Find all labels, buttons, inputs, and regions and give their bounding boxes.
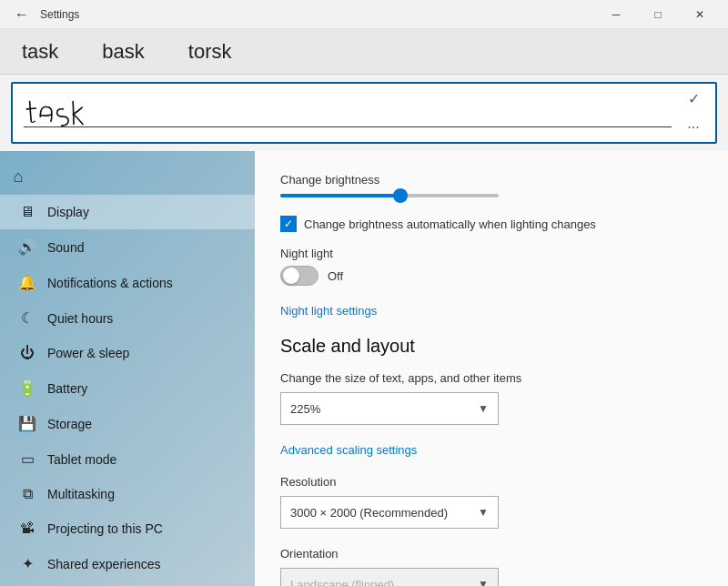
content-panel: Change brightness ✓ Change brightness au… — [255, 151, 728, 586]
sidebar-item-projecting[interactable]: 📽 Projecting to this PC — [0, 511, 255, 546]
resolution-dropdown[interactable]: 3000 × 2000 (Recommended) ▼ — [280, 496, 499, 529]
resolution-section: Resolution 3000 × 2000 (Recommended) ▼ — [280, 475, 703, 529]
scale-layout-section: Scale and layout Change the size of text… — [280, 336, 703, 425]
sidebar-item-sound[interactable]: 🔊 Sound — [0, 229, 255, 265]
brightness-slider-fill — [280, 194, 400, 197]
orientation-dropdown-value: Landscape (flipped) — [290, 578, 394, 587]
scale-dropdown-value: 225% — [290, 402, 320, 416]
handwriting-svg — [24, 91, 115, 135]
night-light-status: Off — [328, 269, 343, 283]
title-bar-controls: ─ □ ✕ — [595, 0, 721, 29]
handwriting-input-box[interactable]: ✓ ··· — [11, 82, 717, 144]
toggle-knob — [283, 268, 299, 284]
sidebar-label-storage: Storage — [47, 417, 92, 431]
sidebar-item-shared-experiences[interactable]: ✦ Shared experiences — [0, 546, 255, 581]
autocomplete-word-1[interactable]: bask — [95, 36, 151, 67]
sidebar-label-notifications: Notifications & actions — [47, 276, 173, 290]
brightness-label: Change brightness — [280, 173, 703, 187]
orientation-dropdown-container: Landscape (flipped) ▼ — [280, 568, 703, 586]
brightness-section: Change brightness — [280, 173, 703, 197]
resolution-dropdown-value: 3000 × 2000 (Recommended) — [290, 506, 448, 520]
scale-size-label: Change the size of text, apps, and other… — [280, 371, 703, 385]
battery-icon: 🔋 — [18, 379, 36, 397]
sidebar-label-projecting: Projecting to this PC — [47, 521, 163, 536]
sidebar-item-quiet-hours[interactable]: ☾ Quiet hours — [0, 300, 255, 336]
scale-dropdown-container: 225% ▼ — [280, 392, 703, 425]
night-light-section: Night light Off — [280, 247, 703, 286]
display-icon: 🖥 — [18, 204, 36, 220]
auto-brightness-row[interactable]: ✓ Change brightness automatically when l… — [280, 216, 703, 232]
main-container: ⌂ 🖥 Display 🔊 Sound 🔔 Notifications & ac… — [0, 151, 728, 586]
brightness-slider-container[interactable] — [280, 194, 703, 197]
minimize-button[interactable]: ─ — [595, 0, 637, 29]
sidebar-item-tablet-mode[interactable]: ▭ Tablet mode — [0, 441, 255, 477]
power-icon: ⏻ — [18, 345, 36, 361]
sidebar-label-multitasking: Multitasking — [47, 487, 115, 501]
autocomplete-word-2[interactable]: torsk — [181, 36, 239, 67]
storage-icon: 💾 — [18, 415, 36, 432]
resolution-dropdown-container: 3000 × 2000 (Recommended) ▼ — [280, 496, 703, 529]
auto-brightness-checkbox[interactable]: ✓ — [280, 216, 297, 232]
orientation-label: Orientation — [280, 547, 703, 561]
sidebar-item-display[interactable]: 🖥 Display — [0, 195, 255, 229]
resolution-label: Resolution — [280, 475, 703, 489]
orientation-dropdown-arrow: ▼ — [478, 578, 489, 586]
sidebar-label-tablet-mode: Tablet mode — [47, 452, 116, 467]
autocomplete-word-0[interactable]: task — [15, 36, 66, 67]
tablet-icon: ▭ — [18, 450, 36, 468]
title-bar: ← Settings ─ □ ✕ — [0, 0, 728, 29]
night-light-heading: Night light — [280, 247, 703, 260]
night-light-toggle[interactable] — [280, 266, 318, 286]
quiet-hours-icon: ☾ — [18, 309, 36, 327]
advanced-scaling-link[interactable]: Advanced scaling settings — [280, 443, 703, 457]
sidebar-label-sound: Sound — [47, 240, 84, 255]
handwriting-actions: ✓ ··· — [679, 84, 708, 142]
sidebar-item-multitasking[interactable]: ⧉ Multitasking — [0, 477, 255, 511]
sidebar-label-quiet-hours: Quiet hours — [47, 311, 113, 326]
handwriting-more-button[interactable]: ··· — [679, 115, 708, 140]
night-light-toggle-row: Off — [280, 266, 703, 286]
multitasking-icon: ⧉ — [18, 486, 36, 502]
auto-brightness-label: Change brightness automatically when lig… — [304, 217, 596, 231]
title-bar-left: ← Settings — [11, 3, 79, 26]
sidebar-label-display: Display — [47, 205, 89, 219]
title-bar-title: Settings — [40, 8, 79, 21]
sidebar-label-battery: Battery — [47, 381, 87, 396]
brightness-slider-track[interactable] — [280, 194, 499, 197]
orientation-section: Orientation Landscape (flipped) ▼ — [280, 547, 703, 586]
back-button[interactable]: ← — [11, 3, 33, 26]
scale-layout-heading: Scale and layout — [280, 336, 703, 357]
sidebar-item-notifications[interactable]: 🔔 Notifications & actions — [0, 265, 255, 300]
notifications-icon: 🔔 — [18, 274, 36, 291]
scale-dropdown[interactable]: 225% ▼ — [280, 392, 499, 425]
sound-icon: 🔊 — [18, 238, 36, 256]
projecting-icon: 📽 — [18, 520, 36, 537]
brightness-slider-thumb[interactable] — [393, 188, 408, 203]
sidebar-label-power-sleep: Power & sleep — [47, 346, 129, 360]
scale-dropdown-arrow: ▼ — [478, 402, 489, 415]
resolution-dropdown-arrow: ▼ — [478, 506, 489, 519]
handwriting-underline — [24, 126, 672, 127]
close-button[interactable]: ✕ — [679, 0, 721, 29]
checkbox-check-icon: ✓ — [284, 217, 293, 230]
maximize-button[interactable]: □ — [637, 0, 679, 29]
sidebar-item-power-sleep[interactable]: ⏻ Power & sleep — [0, 336, 255, 370]
autocomplete-bar: task bask torsk — [0, 29, 728, 75]
night-light-settings-link[interactable]: Night light settings — [280, 304, 703, 318]
handwriting-confirm-button[interactable]: ✓ — [679, 86, 708, 111]
sidebar: ⌂ 🖥 Display 🔊 Sound 🔔 Notifications & ac… — [0, 151, 255, 586]
sidebar-label-shared-experiences: Shared experiences — [47, 557, 161, 571]
orientation-dropdown[interactable]: Landscape (flipped) ▼ — [280, 568, 499, 586]
handwriting-content — [24, 91, 672, 135]
sidebar-item-battery[interactable]: 🔋 Battery — [0, 370, 255, 406]
sidebar-item-storage[interactable]: 💾 Storage — [0, 406, 255, 441]
shared-experiences-icon: ✦ — [18, 555, 36, 572]
home-button[interactable]: ⌂ — [0, 158, 36, 195]
